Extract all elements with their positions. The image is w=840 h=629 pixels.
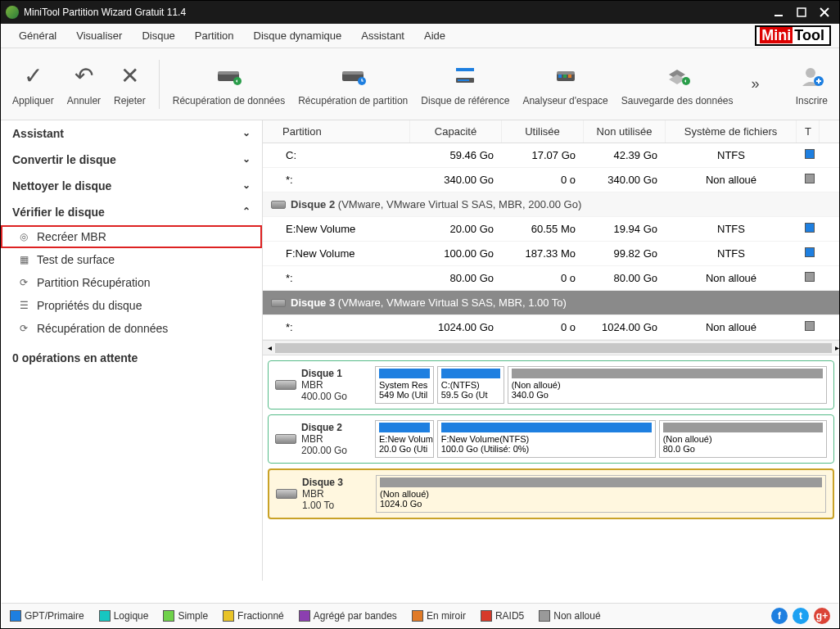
- minimize-button[interactable]: [769, 4, 788, 20]
- data-backup-button[interactable]: Sauvegarde des données: [615, 59, 740, 110]
- partition-row[interactable]: *:80.00 Go0 o80.00 GoNon alloué: [263, 266, 839, 291]
- sidebar-item-label: Recréer MBR: [37, 230, 106, 243]
- menu-disque-dynamique[interactable]: Disque dynamique: [244, 26, 352, 45]
- brand-logo: MiniTool: [755, 25, 831, 46]
- sidebar-item-recréer-mbr[interactable]: ◎Recréer MBR: [1, 225, 262, 248]
- sidebar-cat-vérifier-le-disque[interactable]: Vérifier le disque⌃: [1, 199, 262, 225]
- check-icon: ✓: [12, 62, 54, 90]
- disk-header[interactable]: Disque 2 (VMware, VMware Virtual S SAS, …: [263, 192, 839, 217]
- table-header: Partition Capacité Utilisée Non utilisée…: [263, 120, 839, 143]
- recover-icon: ⟳: [17, 276, 30, 289]
- legend-item: Simple: [163, 610, 208, 622]
- svg-rect-12: [458, 79, 469, 81]
- backup-icon: [621, 62, 734, 90]
- menu-assistant[interactable]: Assistant: [351, 26, 414, 45]
- sidebar-cat-nettoyer-le-disque[interactable]: Nettoyer le disque⌄: [1, 173, 262, 199]
- menu-aide[interactable]: Aide: [414, 26, 455, 45]
- pending-operations: 0 opérations en attente: [1, 340, 262, 376]
- sidebar-item-label: Test de surface: [37, 253, 115, 266]
- col-type[interactable]: T: [797, 120, 820, 143]
- analyzer-icon: [522, 62, 607, 90]
- partition-segment[interactable]: System Res549 Mo (Util: [375, 366, 434, 404]
- horizontal-scrollbar[interactable]: ◂▸: [263, 340, 839, 355]
- partition-row[interactable]: F:New Volume100.00 Go187.33 Mo99.82 GoNT…: [263, 242, 839, 266]
- col-free[interactable]: Non utilisée: [584, 120, 666, 143]
- col-capacity[interactable]: Capacité: [410, 120, 502, 143]
- menu-bar: GénéralVisualiserDisquePartitionDisque d…: [1, 24, 839, 48]
- window-title: MiniTool Partition Wizard Gratuit 11.4: [24, 7, 186, 18]
- partition-segment[interactable]: F:New Volume(NTFS)100.0 Go (Utilisé: 0%): [437, 420, 656, 458]
- user-plus-icon: [796, 62, 828, 90]
- disk-icon: [271, 201, 286, 209]
- close-button[interactable]: [815, 4, 834, 20]
- disk-map[interactable]: Disque 1MBR400.00 GoSystem Res549 Mo (Ut…: [268, 360, 834, 410]
- partition-segment[interactable]: (Non alloué)340.0 Go: [508, 366, 827, 404]
- partition-segment[interactable]: C:(NTFS)59.5 Go (Ut: [437, 366, 504, 404]
- col-fs[interactable]: Système de fichiers: [666, 120, 797, 143]
- partition-row[interactable]: E:New Volume20.00 Go60.55 Mo19.94 GoNTFS: [263, 217, 839, 242]
- legend-item: RAID5: [481, 610, 524, 622]
- svg-rect-15: [558, 75, 562, 78]
- svg-rect-17: [568, 75, 571, 78]
- app-icon: [6, 6, 19, 19]
- disk-maps: Disque 1MBR400.00 GoSystem Res549 Mo (Ut…: [263, 355, 839, 529]
- chevron-down-icon: ⌄: [242, 153, 251, 166]
- disk-benchmark-button[interactable]: Disque de référence: [414, 59, 516, 110]
- sidebar-item-label: Propriétés du disque: [37, 299, 142, 312]
- toolbar: ✓Appliquer ↶Annuler ✕Rejeter Récupératio…: [1, 48, 839, 120]
- disk-map[interactable]: Disque 3MBR1.00 To(Non alloué)1024.0 Go: [268, 468, 834, 519]
- legend-item: GPT/Primaire: [10, 610, 84, 622]
- legend-item: Agrégé par bandes: [299, 610, 397, 622]
- menu-visualiser[interactable]: Visualiser: [66, 26, 132, 45]
- col-used[interactable]: Utilisée: [502, 120, 584, 143]
- sidebar-cat-convertir-le-disque[interactable]: Convertir le disque⌄: [1, 147, 262, 173]
- props-icon: ☰: [17, 299, 30, 312]
- disk-icon: [275, 380, 296, 390]
- menu-général[interactable]: Général: [9, 26, 66, 45]
- menu-disque[interactable]: Disque: [132, 26, 184, 45]
- signup-button[interactable]: Inscrire: [789, 59, 834, 110]
- partition-row[interactable]: *:340.00 Go0 o340.00 GoNon alloué: [263, 168, 839, 192]
- disk-icon: [276, 489, 297, 499]
- sidebar: Assistant⌄Convertir le disque⌄Nettoyer l…: [1, 120, 263, 581]
- data-recovery-button[interactable]: Récupération de données: [166, 59, 291, 110]
- partition-segment[interactable]: E:New Volum20.0 Go (Uti: [375, 420, 434, 458]
- disk-map[interactable]: Disque 2MBR200.00 GoE:New Volum20.0 Go (…: [268, 414, 834, 464]
- partition-row[interactable]: *:1024.00 Go0 o1024.00 GoNon alloué: [263, 315, 839, 340]
- col-partition[interactable]: Partition: [263, 120, 410, 143]
- status-bar: GPT/PrimaireLogiqueSimpleFractionnéAgrég…: [2, 603, 838, 627]
- svg-point-19: [806, 68, 815, 78]
- chevron-up-icon: ⌃: [242, 206, 251, 219]
- sidebar-item-label: Récupération de données: [37, 322, 168, 335]
- google-plus-icon[interactable]: g+: [814, 608, 830, 624]
- legend-item: Logique: [99, 610, 149, 622]
- title-bar: MiniTool Partition Wizard Gratuit 11.4: [1, 1, 839, 24]
- partition-segment[interactable]: (Non alloué)1024.0 Go: [376, 475, 826, 513]
- legend-item: Fractionné: [223, 610, 284, 622]
- apply-button[interactable]: ✓Appliquer: [6, 59, 61, 110]
- svg-rect-10: [456, 68, 474, 71]
- sidebar-item-partition-récupération[interactable]: ⟳Partition Récupération: [1, 271, 262, 294]
- sidebar-item-propriétés-du-disque[interactable]: ☰Propriétés du disque: [1, 294, 262, 317]
- sidebar-item-récupération-de-données[interactable]: ⟳Récupération de données: [1, 317, 262, 340]
- toolbar-more-button[interactable]: »: [740, 75, 771, 93]
- partition-row[interactable]: C:59.46 Go17.07 Go42.39 GoNTFS: [263, 143, 839, 168]
- maximize-button[interactable]: [792, 4, 811, 20]
- cross-icon: ✕: [114, 62, 146, 90]
- sidebar-cat-assistant[interactable]: Assistant⌄: [1, 120, 262, 147]
- partition-table: Partition Capacité Utilisée Non utilisée…: [263, 120, 839, 581]
- facebook-icon[interactable]: f: [771, 608, 788, 624]
- undo-button[interactable]: ↶Annuler: [61, 59, 107, 110]
- partition-segment[interactable]: (Non alloué)80.0 Go: [659, 420, 827, 458]
- svg-rect-14: [557, 71, 575, 75]
- space-analyzer-button[interactable]: Analyseur d'espace: [516, 59, 614, 110]
- sidebar-item-test-de-surface[interactable]: ▦Test de surface: [1, 248, 262, 271]
- svg-rect-5: [218, 71, 239, 75]
- drive-recover-icon: [173, 62, 285, 90]
- discard-button[interactable]: ✕Rejeter: [107, 59, 152, 110]
- partition-recovery-button[interactable]: Récupération de partition: [291, 59, 414, 110]
- undo-icon: ↶: [67, 62, 101, 90]
- twitter-icon[interactable]: t: [793, 608, 809, 624]
- menu-partition[interactable]: Partition: [185, 26, 244, 45]
- disk-header[interactable]: Disque 3 (VMware, VMware Virtual S SAS, …: [263, 291, 839, 315]
